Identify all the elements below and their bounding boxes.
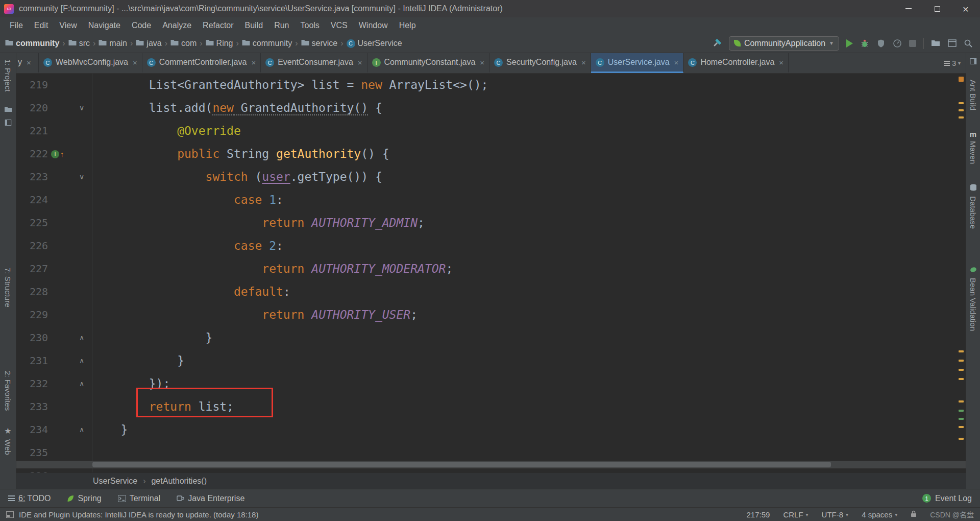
stripe-mark[interactable]	[959, 109, 964, 111]
close-button[interactable]: ×	[951, 0, 980, 17]
editor-tab-securityconfig-java[interactable]: CSecurityConfig.java×	[489, 53, 591, 73]
fold-up-icon[interactable]: ∧	[71, 372, 92, 395]
stripe-mark[interactable]	[959, 102, 964, 104]
favorites-star-icon[interactable]: ★	[4, 426, 11, 436]
horizontal-scrollbar[interactable]	[16, 461, 966, 468]
code-line-228[interactable]: 228 default:	[16, 280, 966, 303]
menu-refactor[interactable]: Refactor	[197, 21, 239, 30]
stripe-mark[interactable]	[959, 350, 964, 352]
menu-vcs[interactable]: VCS	[325, 21, 353, 30]
fold-up-icon[interactable]: ∧	[71, 418, 92, 441]
code-line-234[interactable]: 234∧ }	[16, 418, 966, 441]
fold-down-icon[interactable]: ∨	[71, 165, 92, 188]
line-number[interactable]: 226	[16, 234, 48, 257]
status-message[interactable]: IDE and Plugin Updates: IntelliJ IDEA is…	[19, 510, 258, 519]
menu-tools[interactable]: Tools	[295, 21, 325, 30]
line-number[interactable]: 220	[16, 97, 48, 120]
breadcrumb-item-community[interactable]: community	[5, 39, 59, 48]
editor-tab-homecontroller-java[interactable]: CHomeController.java×	[683, 53, 789, 73]
close-tab-icon[interactable]: ×	[480, 58, 484, 67]
breadcrumb-item-community[interactable]: community	[242, 39, 292, 48]
code-line-230[interactable]: 230∧ }	[16, 326, 966, 349]
editor-tab-webmvcconfig-java[interactable]: CWebMvcConfig.java×	[39, 53, 142, 73]
stripe-mark[interactable]	[959, 438, 964, 440]
line-separator-widget[interactable]: CRLF▾	[783, 510, 808, 519]
code-line-221[interactable]: 221 @Override	[16, 120, 966, 143]
line-number[interactable]: 234	[16, 418, 48, 441]
project-panel-icon[interactable]	[5, 119, 11, 128]
line-number[interactable]: 224	[16, 188, 48, 211]
close-tab-icon[interactable]: ×	[133, 58, 137, 67]
java-enterprise-tool-button[interactable]: Java Enterprise	[177, 494, 244, 503]
scrollbar-thumb[interactable]	[92, 462, 831, 467]
line-number[interactable]: 221	[16, 120, 48, 143]
code-line-229[interactable]: 229 return AUTHORITY_USER;	[16, 303, 966, 326]
code-line-224[interactable]: 224 case 1:	[16, 188, 966, 211]
code-line-226[interactable]: 226 case 2:	[16, 234, 966, 257]
breadcrumb-item-com[interactable]: com	[170, 39, 197, 48]
menu-file[interactable]: File	[4, 21, 29, 30]
tool-stripe-bean-validation[interactable]: Bean Validation	[969, 278, 977, 331]
caret-position-widget[interactable]: 217:59	[747, 510, 770, 519]
breadcrumb-item-main[interactable]: main	[99, 39, 127, 48]
tool-stripe-2-favorites[interactable]: 2: Favorites	[4, 371, 12, 411]
project-folder-icon[interactable]	[4, 105, 12, 114]
breadcrumb-item-service[interactable]: service	[301, 39, 338, 48]
breadcrumb-item-src[interactable]: src	[68, 39, 90, 48]
line-number[interactable]: 227	[16, 257, 48, 280]
code-line-219[interactable]: 219 List<GrantedAuthority> list = new Ar…	[16, 74, 966, 97]
menu-run[interactable]: Run	[268, 21, 295, 30]
line-number[interactable]: 233	[16, 395, 48, 418]
breadcrumb-item-java[interactable]: java	[136, 39, 161, 48]
editor-tab-eventconsumer-java[interactable]: CEventConsumer.java×	[261, 53, 367, 73]
breadcrumb-method[interactable]: getAuthorities()	[151, 477, 207, 486]
editor-tab-communityconstant-java[interactable]: ICommunityConstant.java×	[368, 53, 490, 73]
code-line-233[interactable]: 233 return list;	[16, 395, 966, 418]
error-stripe[interactable]	[959, 74, 965, 472]
close-tab-icon[interactable]: ×	[581, 58, 586, 67]
stripe-mark[interactable]	[959, 378, 964, 380]
close-tab-icon[interactable]: ×	[779, 58, 783, 67]
open-folder-icon[interactable]	[931, 39, 941, 47]
menu-navigate[interactable]: Navigate	[83, 21, 126, 30]
menu-build[interactable]: Build	[239, 21, 269, 30]
line-number[interactable]: 225	[16, 211, 48, 234]
tool-stripe-7-structure[interactable]: 7: Structure	[4, 268, 12, 307]
code-line-220[interactable]: 220∨ list.add(new GrantedAuthority() {	[16, 97, 966, 120]
line-number[interactable]: 230	[16, 326, 48, 349]
editor-tab-userservice-java[interactable]: CUserService.java×	[591, 53, 684, 73]
todo-tool-button[interactable]: 6: TODO	[8, 494, 51, 503]
menu-code[interactable]: Code	[126, 21, 157, 30]
code-line-232[interactable]: 232∧ });	[16, 372, 966, 395]
spring-tool-button[interactable]: Spring	[67, 494, 101, 503]
stripe-mark[interactable]	[959, 418, 964, 420]
fold-down-icon[interactable]: ∨	[71, 97, 92, 120]
build-hammer-icon[interactable]	[712, 38, 722, 49]
fold-up-icon[interactable]: ∧	[71, 326, 92, 349]
menu-edit[interactable]: Edit	[29, 21, 54, 30]
code-line-225[interactable]: 225 return AUTHORITY_ADMIN;	[16, 211, 966, 234]
overriding-method-gutter-icon[interactable]: I	[51, 150, 59, 158]
search-everywhere-icon[interactable]	[964, 39, 973, 48]
stripe-mark[interactable]	[959, 360, 964, 362]
close-tab-icon[interactable]: ×	[674, 58, 679, 67]
close-tab-icon[interactable]: ×	[27, 58, 31, 67]
stop-button[interactable]	[909, 40, 916, 47]
fold-up-icon[interactable]: ∧	[71, 349, 92, 372]
editor-tab-commentcontroller-java[interactable]: CCommentController.java×	[142, 53, 261, 73]
terminal-tool-button[interactable]: Terminal	[118, 494, 160, 503]
line-number[interactable]: 219	[16, 74, 48, 97]
stripe-mark[interactable]	[959, 116, 964, 119]
tool-window-switcher-icon[interactable]	[6, 511, 14, 518]
tool-stripe-database[interactable]: Database	[969, 196, 977, 229]
editor-tab-y[interactable]: y×	[16, 53, 39, 73]
profiler-icon[interactable]	[893, 39, 902, 48]
breadcrumb-item-ring[interactable]: Ring	[206, 39, 233, 48]
close-tab-icon[interactable]: ×	[358, 58, 362, 67]
run-configuration-select[interactable]: CommunityApplication ▼	[729, 36, 839, 51]
menu-view[interactable]: View	[54, 21, 82, 30]
coverage-icon[interactable]	[876, 39, 886, 48]
code-line-227[interactable]: 227 return AUTHORITY_MODERATOR;	[16, 257, 966, 280]
line-number[interactable]: 231	[16, 349, 48, 372]
close-tab-icon[interactable]: ×	[251, 58, 256, 67]
